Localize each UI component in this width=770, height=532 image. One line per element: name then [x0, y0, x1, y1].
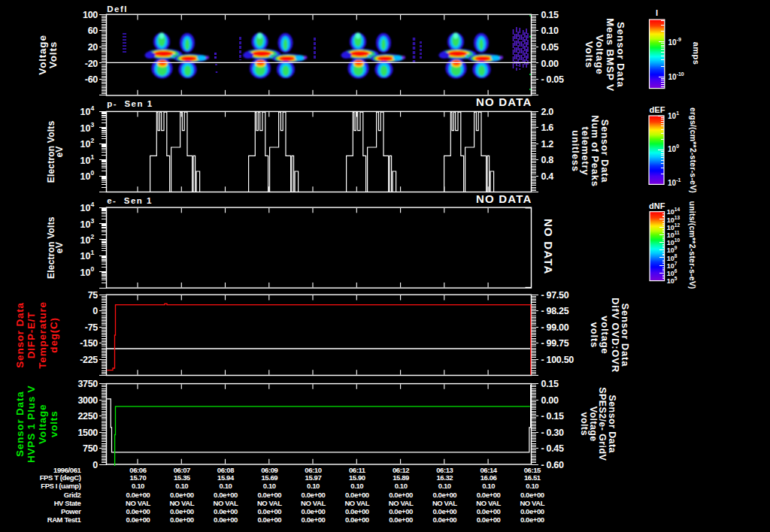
svg-text:NO VAL: NO VAL — [520, 499, 544, 507]
svg-text:15.97: 15.97 — [305, 473, 322, 482]
svg-text:0.0e+00: 0.0e+00 — [389, 507, 413, 515]
svg-text:DIFP-E/T: DIFP-E/T — [26, 312, 37, 359]
svg-text:Sensor Data: Sensor Data — [14, 302, 26, 368]
svg-text:20: 20 — [88, 42, 99, 53]
svg-text:FPS I (uamp): FPS I (uamp) — [41, 482, 80, 490]
svg-text:Grid2: Grid2 — [64, 491, 81, 499]
svg-text:0.0e+00: 0.0e+00 — [477, 507, 501, 515]
svg-text:0: 0 — [92, 306, 98, 316]
svg-text:0.0e+00: 0.0e+00 — [126, 491, 150, 499]
svg-text:unitless: unitless — [570, 130, 581, 172]
svg-text:0.0e+00: 0.0e+00 — [257, 507, 281, 515]
svg-text:p- Sen 1: p- Sen 1 — [107, 99, 153, 108]
svg-text:voltage: voltage — [599, 316, 611, 354]
svg-text:0.0e+00: 0.0e+00 — [170, 515, 194, 524]
svg-text:0.0e+00: 0.0e+00 — [257, 491, 281, 499]
svg-text:- 99.75: - 99.75 — [541, 338, 569, 349]
svg-text:NO DATA: NO DATA — [542, 219, 555, 275]
svg-text:NO DATA: NO DATA — [476, 192, 532, 205]
svg-text:0.10: 0.10 — [132, 482, 144, 490]
svg-text:0.00: 0.00 — [541, 395, 559, 406]
svg-text:15.69: 15.69 — [261, 473, 277, 482]
svg-text:Sensor Data: Sensor Data — [620, 304, 631, 367]
svg-text:750: 750 — [83, 443, 98, 454]
svg-text:-20: -20 — [85, 59, 99, 69]
svg-text:0.0e+00: 0.0e+00 — [302, 507, 326, 515]
svg-text:0.10: 0.10 — [307, 482, 320, 490]
svg-text:NO VAL: NO VAL — [126, 499, 150, 507]
svg-text:100: 100 — [83, 10, 98, 20]
svg-text:- 0.05: - 0.05 — [541, 74, 565, 85]
svg-text:HV State: HV State — [54, 499, 81, 507]
svg-text:NO VAL: NO VAL — [389, 499, 414, 507]
svg-text:Volts: Volts — [584, 41, 595, 68]
svg-text:Voltage: Voltage — [594, 35, 605, 74]
svg-text:2250: 2250 — [77, 411, 98, 422]
svg-text:0.0e+00: 0.0e+00 — [302, 515, 326, 524]
svg-text:75: 75 — [88, 290, 99, 301]
svg-text:deg(C): deg(C) — [48, 317, 59, 353]
svg-text:16.32: 16.32 — [436, 473, 453, 482]
svg-text:15.94: 15.94 — [217, 473, 235, 482]
svg-text:RAM Test1: RAM Test1 — [47, 515, 82, 524]
svg-text:0: 0 — [92, 460, 98, 470]
svg-text:dEF: dEF — [650, 105, 665, 114]
svg-text:0.10: 0.10 — [395, 482, 408, 490]
svg-text:0.0e+00: 0.0e+00 — [477, 491, 501, 499]
svg-text:Meas BMSP V: Meas BMSP V — [605, 18, 616, 92]
svg-text:I: I — [656, 8, 658, 17]
svg-text:3750: 3750 — [77, 379, 98, 389]
svg-text:units/(cm**2-ster-s-eV): units/(cm**2-ster-s-eV) — [688, 201, 697, 289]
svg-text:NO VAL: NO VAL — [257, 499, 282, 507]
svg-text:NO VAL: NO VAL — [301, 499, 326, 507]
svg-text:-75: -75 — [85, 322, 99, 333]
svg-text:NO VAL: NO VAL — [169, 499, 194, 507]
svg-text:eV: eV — [54, 242, 65, 253]
svg-text:16.51: 16.51 — [524, 473, 541, 482]
svg-text:0.0e+00: 0.0e+00 — [432, 507, 456, 515]
svg-text:15.70: 15.70 — [130, 473, 147, 482]
svg-text:0.15: 0.15 — [541, 10, 559, 20]
svg-text:0.10: 0.10 — [350, 482, 363, 490]
svg-text:NO VAL: NO VAL — [214, 499, 238, 507]
svg-text:- 100.50: - 100.50 — [541, 355, 574, 365]
svg-text:0.0e+00: 0.0e+00 — [345, 507, 369, 515]
svg-text:FPS T (degC): FPS T (degC) — [40, 473, 81, 482]
svg-text:0.10: 0.10 — [541, 26, 559, 36]
svg-text:Power: Power — [61, 507, 81, 515]
svg-text:1500: 1500 — [77, 428, 98, 438]
svg-text:0.10: 0.10 — [220, 482, 232, 490]
svg-text:Defl: Defl — [107, 5, 128, 14]
svg-text:volts: volts — [48, 411, 59, 438]
svg-text:1.6: 1.6 — [541, 122, 554, 133]
svg-text:ergs/(cm**2-ster-s-eV): ergs/(cm**2-ster-s-eV) — [689, 107, 698, 193]
svg-text:0.0e+00: 0.0e+00 — [170, 507, 194, 515]
svg-text:Temperature: Temperature — [37, 301, 48, 369]
svg-text:0.0e+00: 0.0e+00 — [126, 507, 150, 515]
svg-text:15.35: 15.35 — [174, 473, 191, 482]
svg-text:0.0e+00: 0.0e+00 — [520, 491, 544, 499]
svg-text:3000: 3000 — [77, 395, 98, 406]
svg-text:amps: amps — [692, 42, 701, 65]
svg-text:0.15: 0.15 — [541, 379, 559, 389]
svg-text:0.0e+00: 0.0e+00 — [126, 515, 150, 524]
svg-text:Sensor Data: Sensor Data — [615, 22, 626, 88]
svg-text:2.0: 2.0 — [541, 107, 554, 117]
svg-text:0.0e+00: 0.0e+00 — [214, 507, 238, 515]
svg-text:Voltage: Voltage — [37, 35, 48, 74]
svg-text:0.05: 0.05 — [541, 42, 559, 53]
svg-text:0.0e+00: 0.0e+00 — [520, 507, 544, 515]
svg-text:-150: -150 — [80, 338, 98, 349]
svg-text:e- Sen 1: e- Sen 1 — [107, 196, 153, 205]
svg-text:0.0e+00: 0.0e+00 — [432, 515, 456, 524]
svg-text:NO VAL: NO VAL — [476, 499, 501, 507]
svg-text:1.2: 1.2 — [541, 139, 554, 150]
svg-text:0.0e+00: 0.0e+00 — [477, 515, 501, 524]
svg-text:0.00: 0.00 — [541, 59, 559, 69]
svg-text:0.0e+00: 0.0e+00 — [214, 491, 238, 499]
svg-text:eV: eV — [54, 146, 65, 157]
svg-text:0.0e+00: 0.0e+00 — [214, 515, 238, 524]
svg-text:0.0e+00: 0.0e+00 — [345, 515, 369, 524]
svg-text:0.0e+00: 0.0e+00 — [170, 491, 194, 499]
svg-text:0.8: 0.8 — [541, 155, 554, 165]
